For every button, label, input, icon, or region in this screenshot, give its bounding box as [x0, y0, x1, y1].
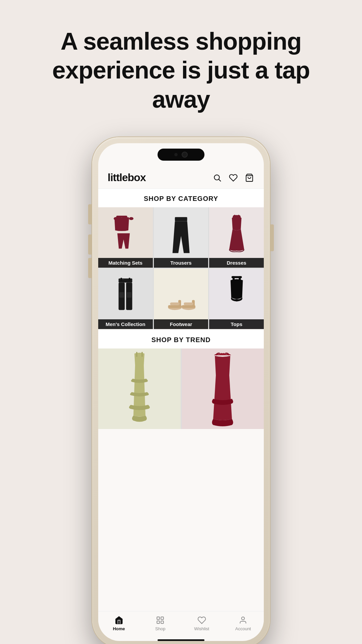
svg-point-5 — [129, 217, 133, 220]
cart-button[interactable] — [244, 173, 254, 183]
svg-rect-8 — [238, 215, 239, 217]
shop-nav-label: Shop — [155, 626, 165, 631]
mens-svg — [102, 273, 148, 325]
account-nav-icon — [238, 615, 248, 625]
svg-rect-16 — [129, 278, 130, 280]
matching-sets-label: Matching Sets — [98, 258, 153, 268]
nav-shop[interactable]: Shop — [148, 615, 172, 631]
home-icon — [115, 616, 123, 625]
svg-rect-27 — [239, 276, 241, 281]
nav-account[interactable]: Account — [231, 615, 255, 631]
tops-svg — [214, 273, 260, 325]
svg-rect-30 — [157, 617, 160, 620]
svg-rect-20 — [170, 302, 180, 305]
app-logo: littlebox — [108, 171, 146, 184]
search-icon — [213, 173, 222, 182]
screen-main: SHOP BY CATEGORY — [98, 189, 264, 611]
headline-line1: A seamless shopping — [61, 28, 302, 55]
footwear-svg — [158, 273, 204, 325]
svg-rect-13 — [119, 292, 124, 298]
trend-item-2[interactable] — [182, 348, 264, 429]
trousers-label: Trousers — [154, 258, 208, 268]
dresses-svg — [214, 212, 260, 263]
svg-point-34 — [242, 617, 245, 620]
wishlist-nav-label: Wishlist — [194, 626, 209, 631]
svg-rect-6 — [175, 217, 187, 221]
category-grid: Matching Sets Trousers — [98, 207, 264, 329]
bottom-navigation: Home Shop — [98, 611, 264, 638]
category-footwear[interactable]: Footwear — [154, 269, 208, 329]
shop-by-trend-section: SHOP BY TREND — [98, 330, 264, 429]
category-matching-sets[interactable]: Matching Sets — [98, 207, 153, 268]
wishlist-nav-icon — [197, 615, 206, 625]
svg-point-4 — [114, 217, 118, 220]
mens-collection-label: Men's Collection — [98, 319, 153, 329]
trend-dress-2-svg — [196, 348, 249, 429]
category-section-title: SHOP BY CATEGORY — [98, 189, 264, 207]
trend-dress-1-svg — [113, 348, 166, 429]
dynamic-island — [158, 149, 204, 161]
footwear-label: Footwear — [154, 319, 208, 329]
wishlist-button[interactable] — [228, 173, 238, 183]
svg-rect-14 — [127, 292, 131, 298]
svg-rect-24 — [184, 302, 193, 305]
svg-rect-33 — [161, 621, 164, 624]
headline-line2: experience is just a tap away — [52, 57, 310, 112]
category-trousers[interactable]: Trousers — [154, 207, 208, 268]
app-header: littlebox — [98, 166, 264, 189]
nav-wishlist[interactable]: Wishlist — [190, 615, 214, 631]
account-nav-label: Account — [235, 626, 251, 631]
home-indicator — [158, 639, 204, 641]
phone-screen: littlebox — [98, 143, 264, 641]
home-nav-label: Home — [113, 626, 125, 631]
svg-rect-28 — [136, 352, 137, 357]
dresses-label: Dresses — [209, 258, 264, 268]
shop-nav-icon — [156, 615, 165, 625]
heart-icon — [229, 173, 238, 182]
trousers-svg — [158, 212, 204, 263]
category-mens-collection[interactable]: Men's Collection — [98, 269, 153, 329]
island-dot — [174, 153, 178, 156]
phone-mockup: littlebox — [92, 137, 270, 644]
page-headline: A seamless shopping experience is just a… — [0, 27, 362, 114]
trend-section-title: SHOP BY TREND — [98, 330, 264, 348]
shop-icon — [156, 616, 165, 625]
home-nav-icon — [114, 615, 124, 625]
cart-icon — [245, 173, 254, 182]
nav-home[interactable]: Home — [107, 615, 131, 631]
svg-point-0 — [214, 175, 219, 180]
svg-rect-31 — [161, 617, 164, 620]
shop-by-category-section: SHOP BY CATEGORY — [98, 189, 264, 329]
matching-sets-svg — [102, 212, 148, 263]
header-icons — [212, 173, 254, 183]
account-icon — [239, 616, 247, 625]
svg-line-1 — [219, 179, 221, 181]
island-camera — [182, 152, 188, 158]
wishlist-heart-icon — [197, 616, 206, 625]
svg-rect-7 — [234, 215, 235, 217]
category-tops[interactable]: Tops — [209, 269, 264, 329]
svg-rect-32 — [157, 621, 160, 624]
svg-rect-15 — [121, 278, 122, 280]
search-button[interactable] — [212, 173, 222, 183]
category-dresses[interactable]: Dresses — [209, 207, 264, 268]
svg-rect-29 — [141, 352, 143, 357]
tops-label: Tops — [209, 319, 264, 329]
trend-grid — [98, 348, 264, 429]
trend-item-1[interactable] — [98, 348, 181, 429]
svg-rect-26 — [232, 276, 234, 281]
